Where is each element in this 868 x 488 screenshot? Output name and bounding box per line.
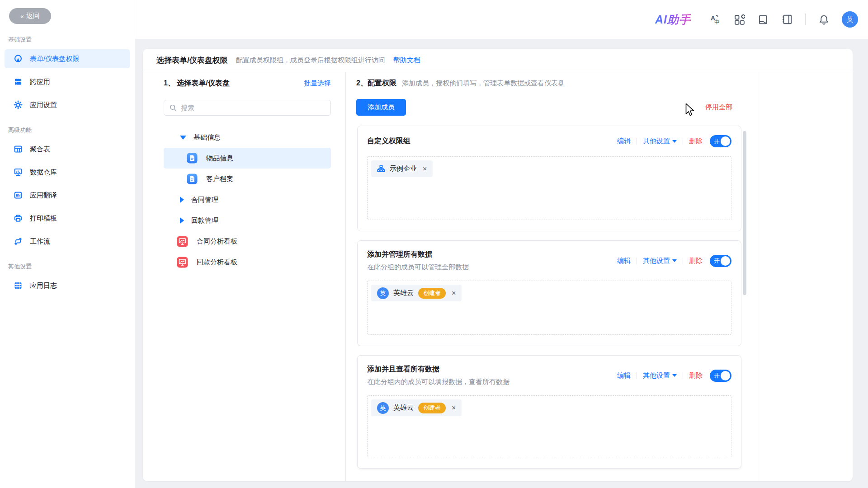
ai-assistant-logo[interactable]: AI助手 (655, 12, 691, 27)
search-input[interactable] (181, 104, 325, 112)
card-header: 选择表单/仪表盘权限 配置成员权限组，成员登录后根据权限组进行访问 帮助文档 (143, 49, 853, 72)
sidebar-section-advanced-label: 高级功能 (8, 126, 127, 134)
tree-form-item-info[interactable]: 物品信息 (164, 148, 331, 169)
sidebar-section-basic-label: 基础设置 (8, 36, 127, 44)
sidebar-item-cross-app[interactable]: 跨应用 (5, 72, 130, 91)
sidebar-item-app-settings[interactable]: 应用设置 (5, 95, 130, 114)
svg-text:中: 中 (714, 19, 720, 25)
group-members-area[interactable]: 英 英雄云 创建者 × (367, 281, 731, 335)
remove-member-icon[interactable]: × (452, 290, 456, 297)
edit-link[interactable]: 编辑 (617, 257, 631, 265)
creator-badge: 创建者 (418, 288, 446, 299)
sidebar: « 返回 基础设置 表单/仪表盘权限 跨应用 (0, 0, 135, 488)
org-hierarchy-icon (377, 165, 385, 173)
disable-all-link[interactable]: 停用全部 (705, 103, 732, 112)
book-icon[interactable] (757, 14, 769, 25)
chevron-down-icon (672, 140, 677, 143)
notebook-icon[interactable] (781, 14, 793, 25)
caret-down-icon[interactable] (180, 136, 186, 140)
enabled-toggle[interactable]: 开 (710, 370, 731, 382)
more-settings-link[interactable]: 其他设置 (643, 257, 677, 265)
more-settings-link[interactable]: 其他设置 (643, 137, 677, 145)
delete-link[interactable]: 删除 (689, 137, 703, 145)
search-box[interactable] (164, 100, 331, 116)
sidebar-item-print-template[interactable]: 打印模板 (5, 209, 130, 228)
caret-right-icon[interactable] (180, 197, 184, 203)
add-member-button[interactable]: 添加成员 (356, 99, 406, 116)
page-title: 选择表单/仪表盘权限 (156, 55, 228, 66)
tree-folder-contract-mgmt[interactable]: 合同管理 (164, 189, 331, 210)
tree-label: 回款管理 (191, 216, 218, 225)
selector-panel: 1、 选择表单/仪表盘 批量选择 基础信息 (143, 72, 346, 481)
permission-group-card: 添加并且查看所有数据 在此分组内的成员可以填报数据，查看所有数据 编辑 其他设置 (357, 355, 741, 469)
tree-dashboard-payment-analysis[interactable]: 回款分析看板 (164, 252, 331, 272)
edit-link[interactable]: 编辑 (617, 137, 631, 145)
data-warehouse-icon (14, 168, 23, 177)
translate-icon[interactable]: A 中 (709, 14, 721, 25)
sidebar-item-label: 应用日志 (30, 282, 57, 290)
tree-dashboard-contract-analysis[interactable]: 合同分析看板 (164, 231, 331, 252)
user-avatar[interactable]: 英 (842, 11, 858, 28)
tree-folder-payment-mgmt[interactable]: 回款管理 (164, 210, 331, 231)
selector-heading: 1、 选择表单/仪表盘 (164, 79, 230, 88)
sidebar-item-form-dashboard-permission[interactable]: 表单/仪表盘权限 (5, 49, 130, 68)
permission-card: 选择表单/仪表盘权限 配置成员权限组，成员登录后根据权限组进行访问 帮助文档 1… (143, 49, 853, 481)
tree-label: 物品信息 (206, 154, 233, 163)
back-button[interactable]: « 返回 (9, 8, 51, 24)
toggle-knob (721, 256, 730, 266)
remove-member-icon[interactable]: × (423, 165, 427, 173)
tree-form-customer-file[interactable]: 客户档案 (164, 169, 331, 189)
more-settings-label: 其他设置 (643, 257, 670, 265)
page-subtitle: 配置成员权限组，成员登录后根据权限组进行访问 (236, 56, 385, 65)
help-doc-link[interactable]: 帮助文档 (393, 56, 420, 65)
dashboard-icon (177, 236, 188, 247)
action-separator (683, 372, 683, 379)
back-button-label: 返回 (26, 12, 40, 20)
bell-icon[interactable] (818, 14, 830, 25)
batch-select-link[interactable]: 批量选择 (304, 79, 331, 88)
group-title: 自定义权限组 (367, 136, 410, 146)
remove-member-icon[interactable]: × (452, 404, 456, 412)
sidebar-item-workflow[interactable]: 工作流 (5, 232, 130, 251)
sidebar-item-label: 应用翻译 (30, 191, 57, 200)
toggle-knob (721, 371, 730, 380)
apps-icon[interactable] (733, 14, 745, 25)
sidebar-item-label: 工作流 (30, 237, 50, 246)
caret-right-icon[interactable] (180, 217, 184, 224)
main-content: 选择表单/仪表盘权限 配置成员权限组，成员登录后根据权限组进行访问 帮助文档 1… (135, 39, 868, 488)
sidebar-item-data-warehouse[interactable]: 数据仓库 (5, 163, 130, 182)
toggle-on-label: 开 (714, 257, 720, 265)
delete-link[interactable]: 删除 (689, 257, 703, 265)
more-settings-link[interactable]: 其他设置 (643, 371, 677, 380)
form-permission-icon (14, 54, 23, 63)
tree-folder-basic-info[interactable]: 基础信息 (164, 127, 331, 148)
tree-label: 基础信息 (193, 133, 221, 142)
action-separator (637, 372, 637, 379)
action-separator (637, 138, 637, 145)
tree-label: 合同分析看板 (197, 237, 237, 246)
group-members-area[interactable]: 英 英雄云 创建者 × (367, 395, 731, 457)
permission-group-card: 添加并管理所有数据 在此分组的成员可以管理全部数据 编辑 其他设置 (357, 240, 741, 346)
member-avatar: 英 (377, 287, 389, 299)
translate-en-icon: EN (14, 191, 23, 200)
group-title: 添加并且查看所有数据 (367, 365, 509, 374)
sidebar-item-label: 打印模板 (30, 214, 57, 223)
config-heading: 2、配置权限 (356, 79, 396, 88)
delete-link[interactable]: 删除 (689, 371, 703, 380)
app-log-icon (14, 281, 23, 290)
tree-label: 客户档案 (206, 175, 233, 183)
user-member-chip: 英 英雄云 创建者 × (371, 285, 462, 301)
enabled-toggle[interactable]: 开 (710, 255, 731, 267)
app-root: « 返回 基础设置 表单/仪表盘权限 跨应用 (0, 0, 868, 488)
group-members-area[interactable]: 示例企业 × (367, 156, 731, 220)
scrollbar-thumb[interactable] (743, 131, 746, 295)
sidebar-item-aggregate-table[interactable]: 聚合表 (5, 140, 130, 159)
sidebar-item-app-translate[interactable]: EN 应用翻译 (5, 186, 130, 205)
group-description: 在此分组的成员可以管理全部数据 (367, 263, 469, 272)
member-name: 英雄云 (393, 289, 414, 297)
enabled-toggle[interactable]: 开 (710, 135, 731, 147)
action-separator (683, 138, 683, 145)
edit-link[interactable]: 编辑 (617, 371, 631, 380)
sidebar-item-app-log[interactable]: 应用日志 (5, 276, 130, 295)
tree-label: 回款分析看板 (197, 258, 237, 267)
